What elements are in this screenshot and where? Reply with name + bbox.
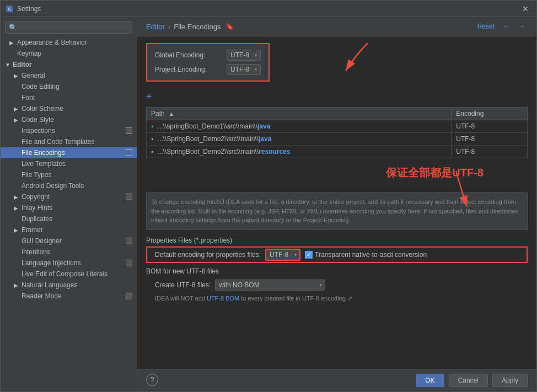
sidebar-item-inspections[interactable]: Inspections — [1, 125, 137, 136]
annotation-arrow — [329, 37, 373, 82]
sidebar-item-label: Appearance & Behavior — [17, 39, 87, 46]
path-highlight: java — [259, 135, 271, 143]
default-encoding-label: Default encoding for properties files: — [146, 251, 261, 259]
sidebar-item-file-types[interactable]: File Types — [1, 169, 137, 180]
project-encoding-label: Project Encoding: — [155, 66, 227, 73]
create-utf8-label: Create UTF-8 files: — [155, 281, 211, 289]
arrow-icon: ▶ — [14, 117, 19, 123]
sidebar-item-language-injections[interactable]: Language Injections — [1, 257, 137, 269]
sidebar-item-live-edit-compose[interactable]: Live Edit of Compose Literals — [1, 269, 137, 280]
sidebar-item-label: Keymap — [17, 50, 41, 57]
sidebar-item-android-design[interactable]: Android Design Tools — [1, 180, 137, 191]
sidebar-item-label: Emmet — [22, 226, 42, 234]
ok-button[interactable]: OK — [416, 374, 444, 387]
path-highlight: java — [257, 122, 270, 130]
config-icon — [126, 149, 132, 156]
properties-section-title: Properties Files (*.properties) — [146, 237, 528, 244]
close-button[interactable]: ✕ — [519, 3, 532, 14]
breadcrumb-current: File Encodings — [174, 23, 221, 31]
title-bar: S Settings ✕ — [1, 1, 536, 17]
arrow-icon — [14, 161, 19, 167]
search-bar — [1, 19, 137, 37]
sidebar-item-label: Intentions — [22, 248, 50, 256]
arrow-icon — [14, 271, 19, 277]
sidebar-item-live-templates[interactable]: Live Templates — [1, 158, 137, 169]
sidebar-item-natural-languages[interactable]: ▶ Natural Languages — [1, 280, 137, 291]
global-encoding-select[interactable]: UTF-8 — [227, 50, 261, 61]
sidebar-item-inlay-hints[interactable]: ▶ Inlay Hints — [1, 202, 137, 213]
bom-section-title: BOM for new UTF-8 files — [146, 267, 528, 275]
path-highlight: resources — [259, 148, 290, 155]
sidebar-item-code-style[interactable]: ▶ Code Style — [1, 114, 137, 125]
encoding-cell: UTF-8 — [452, 120, 528, 133]
encoding-cell: UTF-8 — [452, 146, 528, 158]
description-text: To change encoding IntelliJ IDEA uses fo… — [146, 192, 528, 230]
sidebar-item-gui-designer[interactable]: GUI Designer — [1, 235, 137, 246]
arrow-icon — [9, 51, 15, 57]
apply-button[interactable]: Apply — [492, 374, 528, 387]
default-encoding-select[interactable]: UTF-8 — [265, 249, 300, 261]
encoding-box: Global Encoding: UTF-8 Project Encoding:… — [146, 43, 270, 82]
sidebar-item-appearance[interactable]: ▶ Appearance & Behavior — [1, 37, 137, 48]
sidebar-item-label: File and Code Templates — [22, 138, 95, 146]
sidebar-item-label: File Encodings — [22, 149, 65, 157]
path-text: ...\\springBoot_Demo1\\src\\main\\ — [158, 122, 257, 130]
sidebar-item-label: Code Style — [22, 116, 54, 123]
sidebar-item-general[interactable]: ▶ General — [1, 70, 137, 81]
bom-select[interactable]: with NO BOM with BOM — [215, 280, 325, 291]
reset-button[interactable]: Reset — [475, 22, 497, 31]
project-encoding-select[interactable]: UTF-8 — [227, 64, 261, 75]
transparent-checkbox[interactable] — [305, 251, 313, 259]
utf8-bom-link[interactable]: UTF-8 BOM — [207, 295, 239, 302]
global-encoding-row: Global Encoding: UTF-8 — [155, 50, 261, 61]
sidebar-item-intentions[interactable]: Intentions — [1, 246, 137, 257]
path-cell: ▪ ...\\springBoot_Demo1\\src\\main\\java — [147, 120, 452, 133]
add-path-button[interactable]: + — [146, 92, 152, 101]
sidebar-item-label: Code Editing — [22, 83, 60, 90]
breadcrumb-separator: › — [168, 23, 170, 31]
main-body: ▶ Appearance & Behavior Keymap ▼ Editor … — [1, 17, 536, 391]
bom-section: BOM for new UTF-8 files Create UTF-8 fil… — [146, 267, 528, 302]
cancel-button[interactable]: Cancel — [449, 374, 488, 387]
folder-icon: ▪ — [151, 135, 153, 143]
back-button[interactable]: ← — [501, 22, 512, 31]
arrow-icon — [14, 216, 19, 222]
project-encoding-select-wrapper: UTF-8 — [227, 64, 261, 75]
arrow-icon — [14, 139, 19, 145]
breadcrumb-editor[interactable]: Editor — [146, 23, 165, 31]
sidebar-item-editor[interactable]: ▼ Editor — [1, 59, 137, 70]
sidebar-item-file-code-templates[interactable]: File and Code Templates — [1, 136, 137, 147]
path-column-header: Path ▲ — [147, 108, 452, 120]
properties-row: Default encoding for properties files: U… — [146, 249, 528, 261]
sidebar-item-label: Copyright — [22, 193, 50, 201]
table-row[interactable]: ▪ ...\\SpringBoot_Demo2\\src\\main\\reso… — [147, 146, 528, 158]
header-actions: Reset ← → — [475, 22, 528, 31]
sidebar-item-color-scheme[interactable]: ▶ Color Scheme — [1, 103, 137, 114]
app-icon: S — [5, 4, 14, 13]
sidebar: ▶ Appearance & Behavior Keymap ▼ Editor … — [1, 17, 137, 391]
sidebar-item-file-encodings[interactable]: File Encodings — [1, 147, 137, 158]
sidebar-item-label: Live Templates — [22, 160, 66, 168]
sidebar-item-label: Editor — [13, 61, 32, 68]
arrow-icon — [14, 238, 19, 244]
help-button[interactable]: ? — [146, 374, 158, 386]
table-row[interactable]: ▪ ...\\SpringBoot_Demo2\\src\\main\\java… — [147, 133, 528, 146]
path-cell: ▪ ...\\SpringBoot_Demo2\\src\\main\\reso… — [147, 146, 452, 158]
forward-button[interactable]: → — [517, 22, 528, 31]
sidebar-item-duplicates[interactable]: Duplicates — [1, 213, 137, 224]
sidebar-item-copyright[interactable]: ▶ Copyright — [1, 191, 137, 202]
sidebar-item-label: Android Design Tools — [22, 182, 84, 190]
sidebar-item-code-editing[interactable]: Code Editing — [1, 81, 137, 92]
sidebar-item-reader-mode[interactable]: Reader Mode — [1, 291, 137, 302]
bookmark-icon[interactable]: 🔖 — [225, 23, 234, 30]
search-input[interactable] — [5, 22, 132, 34]
sidebar-item-font[interactable]: Font — [1, 92, 137, 103]
path-cell: ▪ ...\\SpringBoot_Demo2\\src\\main\\java — [147, 133, 452, 146]
arrow-icon: ▶ — [14, 205, 19, 211]
table-row[interactable]: ▪ ...\\springBoot_Demo1\\src\\main\\java… — [147, 120, 528, 133]
bom-row: Create UTF-8 files: with NO BOM with BOM — [146, 280, 528, 291]
sidebar-item-label: Natural Languages — [22, 281, 77, 289]
sidebar-item-keymap[interactable]: Keymap — [1, 48, 137, 59]
sidebar-item-emmet[interactable]: ▶ Emmet — [1, 224, 137, 235]
project-encoding-row: Project Encoding: UTF-8 — [155, 64, 261, 75]
